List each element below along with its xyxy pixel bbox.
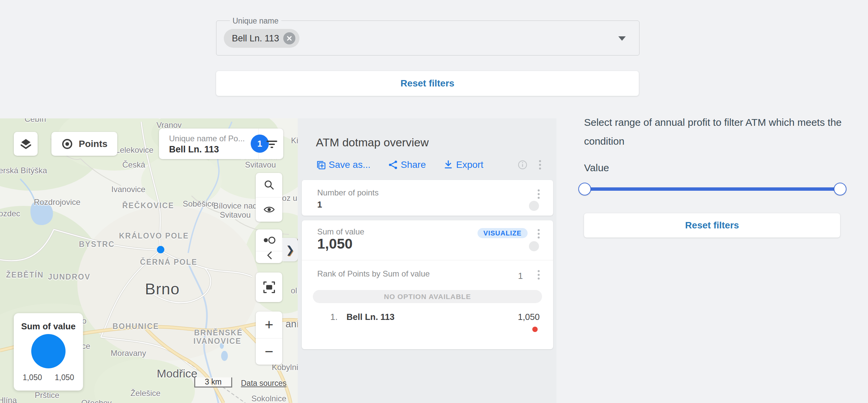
rank-row-color-dot [532, 327, 538, 332]
rank-row-value: 1,050 [518, 312, 540, 322]
indicator-dot [529, 201, 539, 211]
save-as-button[interactable]: Save as... [316, 160, 371, 170]
legend-max-value: 1,050 [55, 373, 74, 382]
map-label: Modřice [157, 367, 197, 380]
remove-chip-icon[interactable] [283, 32, 296, 45]
panel-expander-tab[interactable]: ❯ [282, 238, 298, 261]
no-option-bar: NO OPTION AVAILABLE [313, 290, 542, 303]
visualize-chip[interactable]: VISUALIZE [477, 228, 528, 238]
unique-name-select[interactable]: Unique name Bell Ln. 113 [216, 21, 640, 56]
map-filter-value: Bell Ln. 113 [169, 144, 219, 155]
export-label: Export [456, 160, 483, 170]
map-label: Moravany [111, 348, 146, 358]
fit-bounds-button[interactable] [256, 272, 282, 302]
card-label: Sum of value [317, 227, 364, 236]
points-button-label: Points [79, 139, 107, 149]
map-label: Česká [122, 160, 145, 170]
map-label: Kř [291, 136, 298, 145]
map-label: BOHUNICE [113, 322, 159, 331]
rank-row-name[interactable]: Bell Ln. 113 [346, 312, 395, 322]
point-symbol-icon [61, 138, 73, 150]
map-label: olí [291, 286, 298, 295]
card-kebab-menu[interactable] [538, 229, 540, 238]
map-label-city: Brno [145, 280, 180, 298]
save-as-label: Save as... [329, 160, 371, 170]
value-slider-label: Value [584, 162, 609, 174]
card-value: 1 [317, 200, 322, 210]
zoom-out-button[interactable]: − [265, 338, 274, 365]
map-search-button[interactable] [263, 173, 275, 197]
map-label: Bílovice nad [213, 201, 257, 210]
filter-chip-label: Bell Ln. 113 [232, 33, 279, 44]
export-button[interactable]: Export [443, 160, 483, 170]
sum-of-value-card[interactable]: Sum of value 1,050 VISUALIZE Rank of Poi… [302, 220, 553, 349]
map-label: Lelekovice [115, 145, 153, 155]
partial-hidden-icon[interactable] [265, 251, 273, 260]
map-filter-card[interactable]: Unique name of Po... Bell Ln. 113 1 [159, 128, 283, 159]
fullscreen-frame-icon [262, 281, 276, 294]
point-style-group [256, 229, 282, 263]
rank-count: 1 [518, 271, 523, 281]
zoom-control-group: + − [256, 312, 282, 365]
points-layer-button[interactable]: Points [52, 132, 117, 156]
dashboard-title: ATM dotmap overview [316, 136, 429, 149]
map-label: Soběšice [183, 199, 216, 208]
map-label: JUNDROV [48, 272, 90, 282]
map-label: BRNĚNSKÉ [194, 328, 243, 337]
map-label: Hlína [0, 396, 17, 403]
dashboard-kebab-menu[interactable] [539, 160, 541, 170]
share-icon [388, 160, 398, 170]
slider-handle-max[interactable] [834, 183, 846, 196]
save-as-icon [316, 160, 326, 170]
search-eye-group [256, 173, 282, 222]
rank-kebab-menu[interactable] [538, 270, 540, 280]
map-label: IVANOVICE [193, 337, 242, 346]
condition-text: Select range of annual profit to filter … [584, 113, 853, 151]
data-sources-link[interactable]: Data sources [241, 379, 287, 388]
eye-icon [263, 203, 276, 216]
card-value: 1,050 [317, 236, 352, 252]
filter-list-icon[interactable] [266, 138, 278, 150]
map-label: ŘEČKOVICE [122, 201, 175, 210]
map-visibility-button[interactable] [263, 198, 276, 222]
point-size-button[interactable] [262, 229, 276, 251]
number-of-points-card[interactable]: Number of points 1 [302, 180, 553, 215]
zoom-in-button[interactable]: + [265, 312, 274, 338]
map-label: Ořechov [81, 398, 112, 403]
map-label: Svitavou [245, 160, 276, 170]
reset-filters-button-top[interactable]: Reset filters [216, 71, 639, 96]
divider [302, 260, 553, 260]
rank-title: Rank of Points by Sum of value [317, 269, 430, 279]
layers-button[interactable] [14, 132, 38, 156]
share-button[interactable]: Share [388, 160, 426, 170]
card-kebab-menu[interactable] [538, 190, 540, 199]
layers-icon [20, 138, 32, 150]
dropdown-caret-icon[interactable] [618, 36, 626, 41]
app-page: Unique name Bell Ln. 113 Reset filters [0, 0, 868, 403]
slider-handle-min[interactable] [578, 183, 591, 196]
legend-title: Sum of value [14, 321, 83, 332]
reset-filters-button-right[interactable]: Reset filters [584, 213, 840, 237]
info-icon[interactable] [518, 160, 528, 170]
filter-chip[interactable]: Bell Ln. 113 [224, 29, 300, 48]
value-range-slider[interactable] [584, 181, 846, 197]
map-label: Prštice [35, 391, 59, 400]
slider-track[interactable] [584, 188, 840, 191]
export-icon [443, 160, 453, 170]
share-label: Share [401, 160, 426, 170]
map-label: vozdec [0, 209, 20, 218]
indicator-dot [529, 241, 539, 251]
map-filter-attribute: Unique name of Po... [169, 134, 245, 143]
map-label: ce [82, 341, 90, 351]
map-label: ŽEBĚTÍN [6, 270, 44, 280]
map-label: Želešice [130, 388, 160, 398]
map-canvas[interactable]: Čebín Vranov Lelekovice Česká verská Bít… [0, 118, 298, 403]
map-label: Sokolnice [251, 394, 286, 403]
dashboard-toolbar: Save as... Share Export [316, 158, 483, 172]
map-label: Čebín [25, 118, 46, 124]
atm-point-marker[interactable] [157, 246, 164, 253]
dot-circle-icon [262, 234, 276, 246]
card-label: Number of points [317, 188, 379, 198]
map-label: aní [286, 319, 298, 330]
map-label: BYSTRC [79, 240, 115, 249]
